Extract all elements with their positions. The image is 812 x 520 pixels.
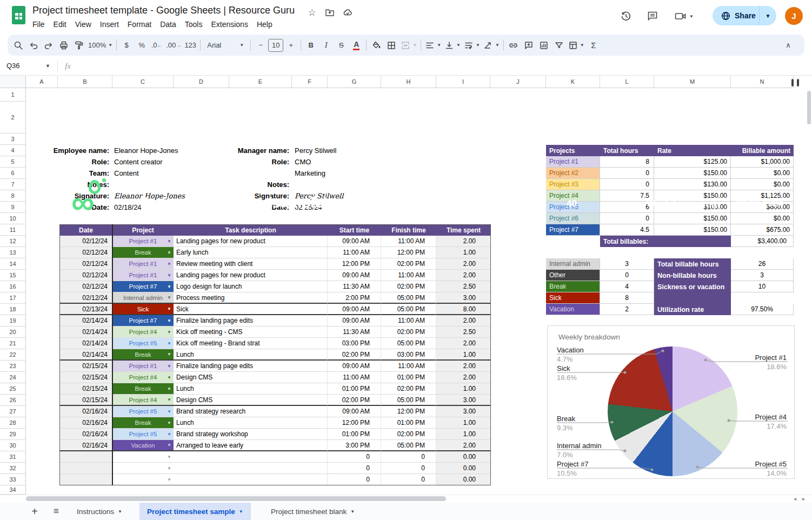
timesheet-date-cell[interactable]: 02/12/24	[59, 270, 112, 281]
insert-chart-icon[interactable]	[536, 38, 551, 53]
timesheet-date-cell[interactable]: 02/12/24	[59, 258, 112, 270]
sheets-logo-icon[interactable]	[12, 6, 25, 24]
decrease-decimal-icon[interactable]: .0←	[149, 38, 164, 53]
projects-rate-cell[interactable]: $150.00	[654, 213, 731, 224]
row-header-4[interactable]: 4	[0, 145, 26, 156]
projects-billable-cell[interactable]: $0.00	[731, 168, 794, 179]
search-icon[interactable]	[11, 38, 26, 53]
row-header-20[interactable]: 20	[0, 326, 26, 338]
zoom-select[interactable]: 100%▼	[86, 38, 114, 53]
timesheet-task-cell[interactable]	[174, 463, 328, 474]
vertical-align-icon[interactable]: ▼	[443, 38, 462, 53]
timesheet-task-cell[interactable]: Lunch	[174, 383, 328, 395]
timesheet-start-cell[interactable]: 09:00 AM	[328, 236, 381, 247]
scroll-handle-bar[interactable]	[791, 79, 794, 86]
timesheet-date-cell[interactable]: 02/15/24	[59, 361, 112, 372]
sheet-tab-project-timesheet-sample[interactable]: Project timesheet sample▼	[139, 503, 251, 520]
text-wrap-icon[interactable]: ▼	[462, 38, 482, 53]
timesheet-project-dropdown[interactable]: Project #4▼	[112, 326, 174, 338]
column-header-F[interactable]: F	[292, 76, 328, 88]
timesheet-spent-cell[interactable]: 3.00	[436, 292, 491, 304]
timesheet-start-cell[interactable]: 09:00 AM	[328, 315, 381, 326]
timesheet-spent-cell[interactable]: 0.00	[436, 474, 491, 485]
functions-sigma-icon[interactable]: Σ	[586, 38, 601, 53]
column-header-K[interactable]: K	[546, 76, 600, 88]
timesheet-project-dropdown[interactable]: Project #7▼	[112, 281, 174, 292]
timesheet-project-dropdown[interactable]: Project #5▼	[112, 338, 174, 349]
timesheet-finish-cell[interactable]: 02:00 PM	[381, 281, 436, 292]
billable-summary-value[interactable]: 97.50%	[731, 304, 794, 315]
row-header-30[interactable]: 30	[0, 440, 26, 451]
share-button[interactable]: Share ▼	[713, 6, 776, 25]
manager-field-value[interactable]: CMO	[295, 156, 392, 168]
timesheet-start-cell[interactable]: 01:00 PM	[328, 429, 381, 440]
redo-icon[interactable]	[41, 38, 56, 53]
timesheet-task-cell[interactable]: Landing pages for new product	[174, 236, 328, 247]
timesheet-finish-cell[interactable]: 02:00 PM	[381, 429, 436, 440]
timesheet-spent-cell[interactable]: 2.00	[436, 440, 491, 451]
project-dropdown-caret[interactable]: ▼	[167, 364, 171, 369]
timesheet-start-cell[interactable]: 12:00 PM	[328, 258, 381, 270]
row-header-14[interactable]: 14	[0, 258, 26, 270]
timesheet-task-cell[interactable]	[174, 451, 328, 463]
projects-hours-cell[interactable]: 0	[600, 179, 654, 190]
timesheet-date-cell[interactable]: 02/14/24	[59, 338, 112, 349]
share-dropdown-caret[interactable]: ▼	[760, 6, 776, 25]
sheet-tab-caret[interactable]: ▼	[239, 509, 243, 514]
timesheet-finish-cell[interactable]: 11:00 AM	[381, 361, 436, 372]
employee-field-value[interactable]: Eleanor Hope-Jones	[114, 145, 211, 156]
row-header-11[interactable]: 11	[0, 224, 26, 236]
timesheet-project-dropdown[interactable]: Project #1▼	[112, 270, 174, 281]
category-name-cell[interactable]: Vacation	[546, 304, 600, 315]
timesheet-project-dropdown[interactable]: Project #5▼	[112, 406, 174, 417]
project-dropdown-caret[interactable]: ▼	[167, 341, 171, 346]
fill-color-icon[interactable]	[369, 38, 384, 53]
strikethrough-icon[interactable]: S	[334, 38, 349, 53]
timesheet-finish-cell[interactable]: 01:00 PM	[381, 417, 436, 429]
project-dropdown-caret[interactable]: ▼	[167, 397, 171, 402]
font-family-select[interactable]: Arial▼	[203, 38, 248, 53]
timesheet-task-cell[interactable]: Sick	[174, 304, 328, 315]
comments-icon[interactable]	[644, 8, 661, 24]
sheet-tab-project-timesheet-blank[interactable]: Project timesheet blank▼	[263, 503, 362, 520]
manager-field-value[interactable]: Percy Stilwell	[295, 145, 392, 156]
increase-decimal-icon[interactable]: .00→	[164, 38, 183, 53]
timesheet-spent-cell[interactable]: 8.00	[436, 304, 491, 315]
vertical-scrollbar-thumb[interactable]	[807, 91, 811, 124]
timesheet-task-cell[interactable]: Landing pages for new product	[174, 270, 328, 281]
timesheet-finish-cell[interactable]: 0	[381, 474, 436, 485]
column-header-N[interactable]: N	[731, 76, 794, 88]
project-dropdown-caret[interactable]: ▼	[167, 455, 171, 459]
row-header-26[interactable]: 26	[0, 395, 26, 406]
timesheet-spent-cell[interactable]: 1.00	[436, 349, 491, 361]
meet-video-icon[interactable]: ▼	[672, 8, 696, 24]
project-dropdown-caret[interactable]: ▼	[167, 306, 171, 311]
timesheet-project-dropdown[interactable]: Break▼	[112, 349, 174, 361]
projects-rate-cell[interactable]: $150.00	[654, 168, 731, 179]
billable-summary-value[interactable]: 3	[731, 270, 794, 281]
insert-comment-icon[interactable]	[521, 38, 536, 53]
row-header-29[interactable]: 29	[0, 429, 26, 440]
timesheet-task-cell[interactable]: Kick off meeting - Brand strat	[174, 338, 328, 349]
timesheet-task-cell[interactable]: Brand strategy research	[174, 406, 328, 417]
menu-data[interactable]: Data	[156, 18, 181, 30]
timesheet-finish-cell[interactable]: 12:00 PM	[381, 406, 436, 417]
banner[interactable]: ∞ Project timesheet (sample) Total avail…	[26, 88, 794, 134]
projects-name-cell[interactable]: Project #3	[546, 179, 600, 190]
row-header-18[interactable]: 18	[0, 304, 26, 315]
row-header-13[interactable]: 13	[0, 247, 26, 258]
projects-hours-cell[interactable]: 4.5	[600, 224, 654, 236]
format-percent-icon[interactable]: %	[134, 38, 149, 53]
timesheet-spent-cell[interactable]: 2.50	[436, 281, 491, 292]
timesheet-finish-cell[interactable]: 12:00 PM	[381, 247, 436, 258]
projects-rate-cell[interactable]: $125.00	[654, 156, 731, 168]
timesheet-date-cell[interactable]: 02/15/24	[59, 372, 112, 383]
name-box[interactable]: Q36	[6, 62, 20, 70]
category-name-cell[interactable]: Sick	[546, 292, 600, 304]
collapse-toolbar-icon[interactable]: ∧	[781, 38, 796, 53]
row-header-19[interactable]: 19	[0, 315, 26, 326]
timesheet-start-cell[interactable]: 09:00 AM	[328, 304, 381, 315]
row-header-16[interactable]: 16	[0, 281, 26, 292]
column-header-E[interactable]: E	[229, 76, 292, 88]
timesheet-project-dropdown[interactable]: Project #4▼	[112, 395, 174, 406]
